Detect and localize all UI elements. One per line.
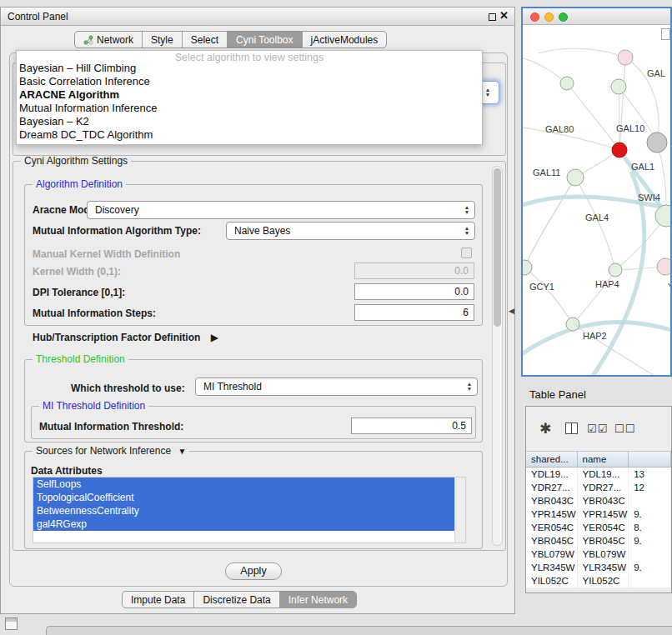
table-row[interactable]: YER054CYER054C8.: [526, 521, 671, 534]
table-cell: 9.: [629, 561, 671, 574]
gear-icon[interactable]: ✱: [539, 420, 551, 438]
network-node[interactable]: [560, 77, 574, 90]
dropdown-item[interactable]: Dream8 DC_TDC Algorithm: [17, 128, 482, 142]
sources-collapse-toggle[interactable]: Sources for Network Inference ▼: [33, 445, 189, 457]
table-cell: YPR145W: [526, 508, 578, 521]
table-row[interactable]: YBL079WYBL079W: [526, 548, 671, 561]
list-item[interactable]: SelfLoops: [33, 478, 456, 491]
dropdown-item[interactable]: Basic Correlation Inference: [17, 75, 482, 88]
collapsed-panel-icon[interactable]: [5, 618, 18, 630]
collapse-down-icon[interactable]: ▼: [178, 447, 186, 456]
mi-algorithm-type-label: Mutual Information Algorithm Type:: [33, 225, 201, 237]
splitter-collapse-icon[interactable]: ◀: [509, 307, 514, 315]
column-header[interactable]: name: [578, 452, 629, 468]
dpi-tolerance-label: DPI Tolerance [0,1]:: [33, 287, 125, 298]
control-panel-titlebar[interactable]: Control Panel ✕: [1, 8, 514, 26]
table-row[interactable]: YDR27...YDR27...12: [526, 481, 671, 494]
dpi-tolerance-field[interactable]: 0.0: [354, 283, 474, 300]
column-header[interactable]: shared...: [526, 452, 578, 468]
traffic-light-zoom-icon[interactable]: [559, 12, 568, 22]
dropdown-item[interactable]: Mutual Information Inference: [17, 102, 482, 115]
network-node[interactable]: [657, 258, 670, 275]
network-edge: [619, 87, 619, 150]
table-row[interactable]: YIL052CYIL052C: [526, 574, 671, 588]
tab-impute-data[interactable]: Impute Data: [123, 592, 193, 608]
tab-style[interactable]: Style: [142, 32, 182, 48]
select-all-icon[interactable]: ☑☑: [587, 422, 608, 435]
tab-label: Network: [97, 34, 133, 46]
kernel-width-field[interactable]: 0.0: [354, 262, 474, 279]
network-node[interactable]: [618, 50, 633, 65]
tab-discretize-data[interactable]: Discretize Data: [193, 592, 278, 608]
deselect-all-icon[interactable]: ☐☐: [614, 422, 635, 435]
settings-scrollbar[interactable]: [492, 166, 503, 546]
float-window-icon[interactable]: [489, 13, 496, 21]
columns-icon[interactable]: [565, 422, 578, 434]
tab-label: jActiveModules: [311, 34, 379, 46]
tab-cyni-toolbox[interactable]: Cyni Toolbox: [227, 32, 301, 48]
table-cell: YDR27...: [526, 481, 578, 494]
settings-scrollbar-thumb[interactable]: [494, 168, 501, 327]
dropdown-item[interactable]: Bayesian – Hill Climbing: [17, 62, 482, 75]
control-panel-tab-strip: NetworkStyleSelectCyni ToolboxjActiveMod…: [74, 31, 387, 48]
tab-label: Cyni Toolbox: [236, 34, 293, 46]
table-cell: YIL052C: [578, 574, 629, 588]
cyni-bottom-tab-strip: Impute DataDiscretize DataInfer Network: [122, 591, 357, 608]
traffic-light-close-icon[interactable]: [530, 12, 539, 22]
table-cell: YBL079W: [526, 548, 578, 561]
table-row[interactable]: YBR043CYBR043C: [526, 494, 671, 508]
mi-threshold-field[interactable]: 0.5: [351, 418, 472, 434]
table-cell: YBL079W: [578, 548, 629, 561]
aracne-mode-select[interactable]: Discovery ▲▼: [87, 201, 475, 219]
which-threshold-select[interactable]: MI Threshold ▲▼: [195, 378, 478, 396]
dropdown-item[interactable]: Bayesian – K2: [17, 115, 482, 128]
network-titlebar[interactable]: [523, 8, 670, 25]
list-item[interactable]: BetweennessCentrality: [33, 504, 456, 518]
tab-select[interactable]: Select: [182, 32, 227, 48]
data-attributes-list[interactable]: SelfLoopsTopologicalCoefficientBetweenne…: [33, 477, 466, 543]
list-item[interactable]: TopologicalCoefficient: [33, 491, 456, 504]
table-row[interactable]: YPR145WYPR145W9.: [526, 508, 671, 521]
tab-label: Style: [151, 34, 173, 46]
table-row[interactable]: YBR045CYBR045C9.: [526, 534, 671, 548]
apply-button[interactable]: Apply: [225, 562, 282, 580]
network-node[interactable]: [655, 205, 670, 227]
network-node[interactable]: [566, 318, 579, 331]
network-node[interactable]: [612, 142, 627, 158]
table-row[interactable]: YDL19...YDL19...13: [526, 468, 671, 481]
dropdown-item[interactable]: ARACNE Algorithm: [17, 88, 482, 102]
network-node[interactable]: [647, 132, 667, 152]
tab-network[interactable]: Network: [75, 32, 142, 48]
list-item[interactable]: gal4RGexp: [33, 518, 456, 531]
network-node[interactable]: [567, 169, 584, 186]
threshold-definition-title: Threshold Definition: [33, 353, 128, 365]
network-edge: [523, 57, 567, 83]
network-node[interactable]: [611, 79, 626, 94]
which-threshold-value: MI Threshold: [196, 381, 464, 392]
column-header[interactable]: [629, 452, 671, 468]
node-label: SWI4: [638, 192, 660, 202]
which-threshold-label: Which threshold to use:: [71, 382, 185, 394]
tab-infer-network[interactable]: Infer Network: [279, 592, 356, 608]
mi-algorithm-type-select[interactable]: Naive Bayes ▲▼: [226, 222, 475, 240]
close-icon[interactable]: ✕: [499, 9, 509, 22]
network-edge: [524, 178, 575, 268]
network-window[interactable]: GALGAL80GAL10GAL11GAL1SWI4GAL4GCY1HAP4HA…: [521, 7, 672, 377]
table-row[interactable]: YLR345WYLR345W9.: [526, 561, 671, 574]
attributes-scrollbar[interactable]: [454, 478, 465, 542]
network-node[interactable]: [609, 263, 622, 277]
network-edge: [524, 268, 573, 324]
table-cell: YBR045C: [578, 534, 629, 548]
traffic-light-minimize-icon[interactable]: [544, 12, 554, 22]
table-cell: YER054C: [578, 521, 629, 534]
network-canvas[interactable]: GALGAL80GAL10GAL11GAL1SWI4GAL4GCY1HAP4HA…: [523, 25, 670, 375]
overview-button[interactable]: [661, 28, 670, 40]
manual-kernel-checkbox[interactable]: [461, 248, 472, 258]
desktop: Control Panel ✕ NetworkStyleSelectCyni T…: [0, 0, 672, 635]
node-label: GAL80: [545, 124, 574, 134]
tab-jactivemodules[interactable]: jActiveModules: [302, 32, 387, 48]
expand-right-icon[interactable]: ▶: [211, 332, 218, 343]
bottom-panel-edge: [46, 626, 672, 635]
mi-steps-field[interactable]: 6: [354, 304, 474, 321]
hub-definition-toggle[interactable]: Hub/Transcription Factor Definition ▶: [33, 332, 218, 343]
